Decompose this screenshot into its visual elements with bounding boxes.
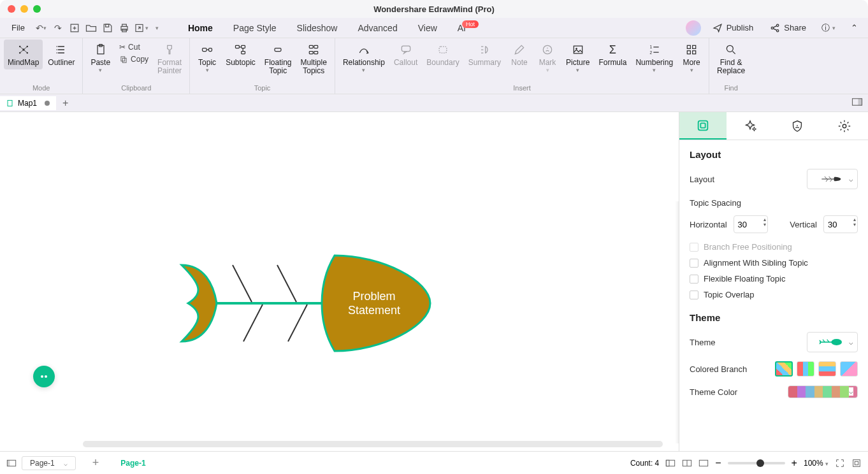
copy-button[interactable]: Copy [115,54,152,64]
minimize-window-button[interactable] [20,5,28,13]
ai-assistant-fab[interactable] [33,366,55,387]
sp-tab-settings[interactable] [821,112,868,140]
share-button[interactable]: Share [763,19,811,37]
picture-button[interactable]: Picture▾ [562,40,593,76]
summary-button[interactable]: Summary [465,40,505,76]
branch-opt-2[interactable] [797,361,814,377]
svg-rect-32 [439,47,447,53]
insert-group-label: Insert [513,84,531,94]
flex-float-checkbox[interactable]: Flexible Floating Topic [690,274,858,284]
save-button[interactable] [100,20,115,36]
topic-button[interactable]: Topic▾ [194,40,221,78]
relationship-button[interactable]: Relationship▾ [339,40,389,76]
boundary-button[interactable]: Boundary [423,40,463,76]
tab-home[interactable]: Home [178,19,223,37]
numbering-icon: 12 [647,42,662,57]
mode-group-label: Mode [33,84,50,94]
page-select[interactable]: Page-1 [22,456,76,470]
theme-color-select[interactable] [788,385,858,398]
layout-label: Layout [690,175,714,184]
tab-page-style[interactable]: Page Style [223,19,287,37]
page-list-icon[interactable] [6,459,17,468]
svg-rect-22 [209,48,212,52]
user-avatar[interactable] [686,20,701,36]
maximize-window-button[interactable] [33,5,41,13]
tab-ai[interactable]: AIHot [447,19,489,37]
tab-advanced[interactable]: Advanced [347,19,407,37]
layout-heading: Layout [690,149,858,160]
note-button[interactable]: Note [506,40,533,76]
panel-toggle-button[interactable] [851,97,868,109]
vertical-input[interactable]: 30▴▾ [823,215,858,233]
horizontal-scrollbar[interactable] [83,441,663,447]
branch-opt-4[interactable] [840,361,858,377]
paste-button[interactable]: Paste ▾ [87,40,114,78]
doc-tab-map1[interactable]: Map1 [0,96,56,110]
theme-select[interactable] [807,332,858,352]
print-button[interactable] [117,20,132,36]
add-page-button[interactable]: + [86,456,106,470]
more-button[interactable]: More▾ [678,40,705,76]
svg-text:Statement[interactable]: Statement [348,304,400,317]
callout-button[interactable]: Callout [390,40,421,76]
tab-view[interactable]: View [408,19,447,37]
help-button[interactable]: ⓘ▾ [816,20,841,36]
zoom-out-button[interactable]: − [715,457,721,469]
layout-select[interactable] [807,169,858,189]
file-menu[interactable]: File [5,20,31,35]
branch-opt-1[interactable] [775,361,793,377]
open-button[interactable] [83,20,99,36]
mark-button[interactable]: Mark▾ [534,40,561,76]
export-button[interactable]: ▾ [133,20,148,36]
main-topic-text[interactable]: Problem [352,290,395,303]
redo-button[interactable]: ↷ [50,20,66,36]
undo-button[interactable]: ↶▾ [34,20,49,36]
close-window-button[interactable] [8,5,15,13]
zoom-in-button[interactable]: + [792,457,797,469]
canvas[interactable]: Problem Statement [0,112,679,451]
page-tab-1[interactable]: Page-1 [110,456,156,470]
svg-point-14 [57,46,58,47]
outliner-mode-button[interactable]: Outliner [44,40,78,69]
topic-overlap-checkbox[interactable]: Topic Overlap [690,290,858,299]
sp-tab-icon[interactable] [774,112,821,140]
sp-tab-style[interactable] [727,112,774,140]
find-replace-button[interactable]: Find & Replace [713,40,749,78]
fit-screen-icon[interactable] [835,458,845,468]
qat-more-button[interactable]: ▾ [150,20,165,36]
mark-icon [540,42,555,57]
svg-rect-54 [700,123,705,127]
numbering-button[interactable]: 12Numbering▾ [632,40,677,76]
tab-slideshow[interactable]: Slideshow [287,19,348,37]
align-sibling-checkbox[interactable]: Alignment With Sibling Topic [690,258,858,268]
multiple-topics-button[interactable]: Multiple Topics [297,40,331,78]
view-mode-2-icon[interactable] [682,459,692,468]
floating-topic-button[interactable]: Floating Topic [261,40,296,78]
find-group-label: Find [724,84,737,94]
hot-badge: Hot [462,20,479,28]
subtopic-button[interactable]: Subtopic [222,40,259,78]
new-button[interactable] [67,20,82,36]
view-mode-3-icon[interactable] [698,459,709,468]
svg-rect-64 [700,460,708,466]
topic-spacing-label: Topic Spacing [690,198,858,208]
branch-opt-3[interactable] [818,361,836,377]
view-mode-1-icon[interactable] [665,459,676,468]
collapse-ribbon-button[interactable]: ⌃ [846,20,863,35]
svg-rect-19 [121,57,125,61]
zoom-slider[interactable] [728,462,785,464]
fishbone-diagram[interactable]: Problem Statement [76,220,523,443]
svg-point-55 [797,125,798,126]
new-doc-button[interactable]: + [56,95,75,111]
formula-button[interactable]: ΣFormula [595,40,630,76]
fullscreen-icon[interactable] [851,458,862,468]
topic-group-label: Topic [254,84,271,94]
format-painter-button[interactable]: Format Painter [154,40,185,78]
publish-button[interactable]: Publish [706,19,759,37]
zoom-level[interactable]: 100% ▾ [804,459,828,468]
sp-tab-layout[interactable] [679,112,727,140]
horizontal-input[interactable]: 30▴▾ [734,215,768,233]
callout-icon [398,42,414,57]
cut-button[interactable]: ✂Cut [115,42,152,52]
mindmap-mode-button[interactable]: MindMap [4,40,43,69]
